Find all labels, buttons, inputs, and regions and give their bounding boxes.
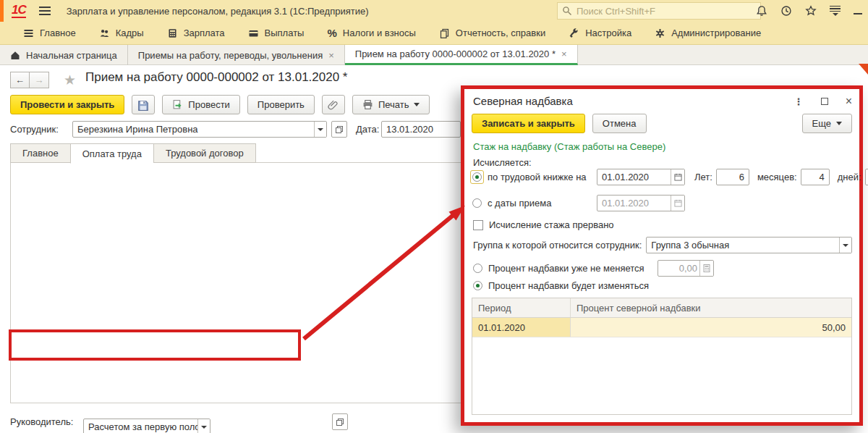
percent-cell[interactable]: 50,00 <box>571 318 851 337</box>
form-tab-glavnoe[interactable]: Главное <box>10 143 70 163</box>
search-icon <box>562 6 572 16</box>
tab-home[interactable]: Начальная страница <box>0 45 128 65</box>
table-row[interactable]: 01.01.2020 50,00 <box>472 318 851 337</box>
tab-hire-list[interactable]: Приемы на работу, переводы, увольнения × <box>128 45 345 65</box>
chevron-down-icon[interactable] <box>197 419 210 433</box>
percent-changing-radio[interactable] <box>473 281 482 290</box>
date-value: 13.01.2020 <box>386 124 433 135</box>
close-icon[interactable]: × <box>561 49 567 59</box>
table-empty-area <box>472 337 851 414</box>
history-icon[interactable] <box>780 5 792 17</box>
main-menu-icon[interactable] <box>39 7 51 15</box>
menu-label: Отчетность, справки <box>456 28 545 38</box>
menu-item-administrirovanie[interactable]: Администрирование <box>644 22 771 45</box>
window-tab-bar: Начальная страница Приемы на работу, пер… <box>0 45 868 65</box>
form-tab-oplata-truda[interactable]: Оплата труда <box>70 143 153 164</box>
back-arrow-icon[interactable]: ← <box>10 72 30 88</box>
button-label: Еще <box>812 118 831 129</box>
maximize-icon[interactable] <box>821 98 828 105</box>
group-select[interactable]: Группа 3 обычная <box>646 237 852 253</box>
save-button[interactable] <box>132 95 155 114</box>
menu-label: Зарплата <box>184 28 225 38</box>
payment-card-icon <box>248 28 259 38</box>
days-label: дней: <box>838 172 861 182</box>
save-and-close-button[interactable]: Записать и закрыть <box>472 114 585 133</box>
post-document-icon <box>172 99 183 110</box>
field-value: 6 <box>739 172 744 182</box>
percent-fixed-field[interactable]: 0,00 <box>658 260 714 277</box>
check-button[interactable]: Проверить <box>247 95 315 114</box>
button-label: Печать <box>378 99 409 110</box>
column-header[interactable]: Период <box>472 298 571 317</box>
minimize-icon[interactable] <box>854 13 862 14</box>
date-field[interactable]: 13.01.2020 <box>381 121 461 138</box>
months-field[interactable]: 4 <box>801 169 830 185</box>
menu-item-nastroika[interactable]: Настройка <box>558 22 642 45</box>
menu-item-vyplaty[interactable]: Выплаты <box>238 22 315 45</box>
experience-link[interactable]: Стаж на надбавку (Стаж работы на Севере) <box>473 141 665 152</box>
years-label: Лет: <box>694 172 712 182</box>
percent-fixed-row: Процент надбавки уже не меняется 0,00 <box>473 260 714 277</box>
hire-date-radio[interactable] <box>472 198 482 208</box>
kebab-menu-icon[interactable]: ⋮ <box>794 96 804 107</box>
interrupted-checkbox-row: Исчисление стажа прервано <box>473 219 614 230</box>
reports-docs-icon <box>439 28 450 38</box>
post-and-close-button[interactable]: Провести и закрыть <box>10 95 124 114</box>
dialog-title: Северная надбавка <box>473 95 573 107</box>
print-button[interactable]: Печать <box>352 95 430 114</box>
global-search-input[interactable]: Поиск Ctrl+Shift+F <box>557 2 761 20</box>
brand-strip <box>0 0 4 22</box>
employee-label: Сотрудник: <box>10 124 59 135</box>
north-bonus-dialog-annotation: Северная надбавка ⋮ × Записать и закрыть… <box>461 85 863 426</box>
column-header[interactable]: Процент северной надбавки <box>571 298 851 317</box>
calculator-icon <box>167 28 178 38</box>
sections-menu: Главное Кадры Зарплата Выплаты % Налоги … <box>0 22 868 45</box>
workbook-radio[interactable] <box>472 172 482 182</box>
calculator-small-icon <box>699 261 713 276</box>
percent-changing-label: Процент надбавки будет изменяться <box>488 280 649 291</box>
attachments-button[interactable] <box>322 95 345 114</box>
post-button[interactable]: Провести <box>162 95 240 114</box>
notifications-bell-icon[interactable] <box>756 5 767 17</box>
sections-list-icon <box>23 28 34 38</box>
menu-item-zarplata[interactable]: Зарплата <box>157 22 235 45</box>
interrupted-checkbox[interactable] <box>473 220 483 230</box>
functions-menu-icon[interactable] <box>830 6 841 17</box>
group-label: Группа к которой относится сотрудник: <box>473 240 642 251</box>
menu-item-kadry[interactable]: Кадры <box>89 22 154 45</box>
menu-item-nalogi[interactable]: % Налоги и взносы <box>317 22 425 45</box>
close-icon[interactable]: × <box>846 95 852 108</box>
menu-label: Налоги и взносы <box>343 28 416 38</box>
floppy-disk-icon <box>137 99 149 111</box>
tab-hire-document[interactable]: Прием на работу 0000-000002 от 13.01.202… <box>345 45 578 65</box>
search-placeholder: Поиск Ctrl+Shift+F <box>576 6 655 17</box>
hire-date-field[interactable]: 01.01.2020 <box>597 195 685 211</box>
close-icon[interactable]: × <box>328 50 334 61</box>
favorites-star-icon[interactable] <box>805 5 817 17</box>
favorite-star-icon[interactable]: ★ <box>64 72 76 88</box>
chevron-down-icon[interactable] <box>314 122 326 137</box>
employee-field[interactable]: Березкина Ирина Петровна <box>72 121 327 138</box>
employee-open-button[interactable] <box>331 121 347 138</box>
percent-fixed-radio[interactable] <box>473 264 482 273</box>
cancel-button[interactable]: Отмена <box>592 114 647 133</box>
application-window: 1С Зарплата и управление персоналом, ред… <box>0 0 868 433</box>
home-icon <box>10 51 20 60</box>
tab-label: Прием на работу 0000-000002 от 13.01.202… <box>355 49 556 59</box>
workbook-date-field[interactable]: 01.01.2020 <box>597 169 685 185</box>
menu-item-glavnoe[interactable]: Главное <box>13 22 86 45</box>
manager-open-button[interactable] <box>332 413 348 430</box>
menu-item-otchetnost[interactable]: Отчетность, справки <box>429 22 556 45</box>
chevron-down-icon <box>414 103 420 106</box>
menu-label: Настройка <box>585 28 631 38</box>
calendar-icon[interactable] <box>671 169 684 185</box>
advance-select[interactable]: Расчетом за первую полс <box>83 419 210 433</box>
more-button[interactable]: Еще <box>802 114 852 133</box>
form-tab-trudovoi-dogovor[interactable]: Трудовой договор <box>153 143 256 163</box>
years-field[interactable]: 6 <box>716 169 749 185</box>
hire-date-radio-label: с даты приема <box>488 198 593 209</box>
forward-arrow-icon[interactable]: → <box>30 72 49 88</box>
days-field[interactable]: 7 <box>865 169 868 185</box>
chevron-down-icon[interactable] <box>839 237 851 253</box>
period-cell[interactable]: 01.01.2020 <box>472 318 571 337</box>
